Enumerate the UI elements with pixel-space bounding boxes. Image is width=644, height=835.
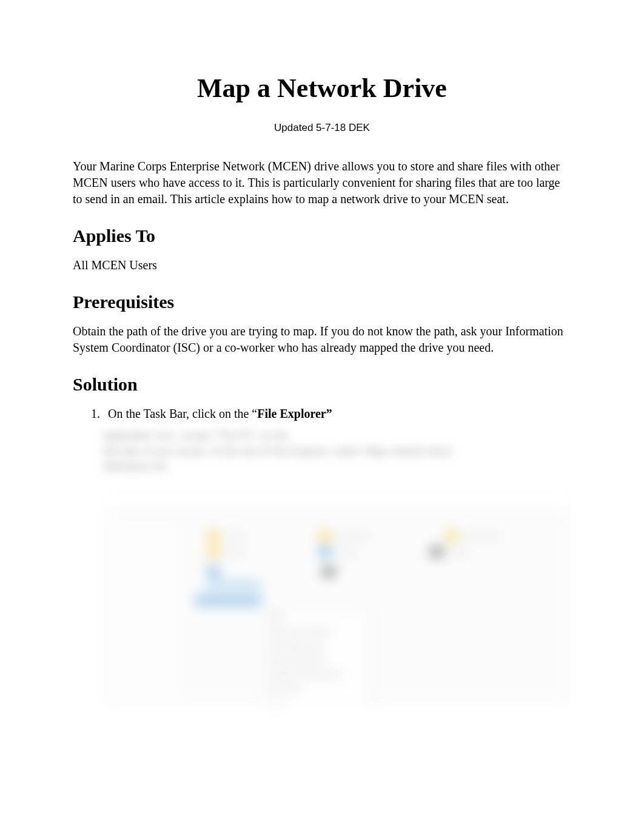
- screenshot-toolbar: [104, 512, 571, 525]
- screenshot-main-pane: Folder Documents Downloads Folder Folder…: [183, 525, 571, 694]
- folder-icon: Folder: [207, 546, 246, 557]
- step1-text-bold: File Explorer”: [257, 407, 332, 420]
- blur-line-1: application icon. Locate “This PC” on th…: [103, 430, 289, 441]
- page-title: Map a Network Drive: [73, 73, 571, 104]
- folder-icon: Folder: [318, 546, 357, 557]
- blur-line-2: left side of your screen. At the top of …: [103, 446, 454, 457]
- folder-icon: Downloads: [445, 531, 499, 542]
- step1-text-prefix: On the Task Bar, click on the “: [108, 407, 257, 420]
- intro-paragraph: Your Marine Corps Enterprise Network (MC…: [73, 158, 571, 207]
- updated-line: Updated 5-7-18 DEK: [73, 122, 571, 134]
- folder-icon: Folder: [207, 531, 246, 542]
- blur-line-3: (Windows 10).: [103, 461, 169, 472]
- drive-icon: [322, 566, 335, 587]
- screenshot-sidebar: [104, 525, 183, 694]
- file-explorer-screenshot: Folder Documents Downloads Folder Folder…: [103, 487, 571, 705]
- screenshot-context-menu: Open Open in new window Pin to Quick acc…: [261, 609, 371, 705]
- applies-to-heading: Applies To: [73, 226, 571, 246]
- solution-steps-list: On the Task Bar, click on the “File Expl…: [73, 406, 571, 422]
- drive-icon: [207, 566, 261, 587]
- folder-icon: Documents: [318, 531, 372, 542]
- screenshot-selected-drive: [195, 594, 261, 607]
- step1-blurred-continuation: application icon. Locate “This PC” on th…: [103, 428, 571, 475]
- screenshot-ribbon: [104, 488, 571, 512]
- solution-heading: Solution: [73, 374, 571, 395]
- folder-icon: Folder: [430, 546, 469, 557]
- prerequisites-heading: Prerequisites: [73, 292, 571, 312]
- applies-to-text: All MCEN Users: [73, 257, 571, 273]
- solution-step-1: On the Task Bar, click on the “File Expl…: [103, 406, 571, 422]
- prerequisites-text: Obtain the path of the drive you are try…: [73, 323, 571, 356]
